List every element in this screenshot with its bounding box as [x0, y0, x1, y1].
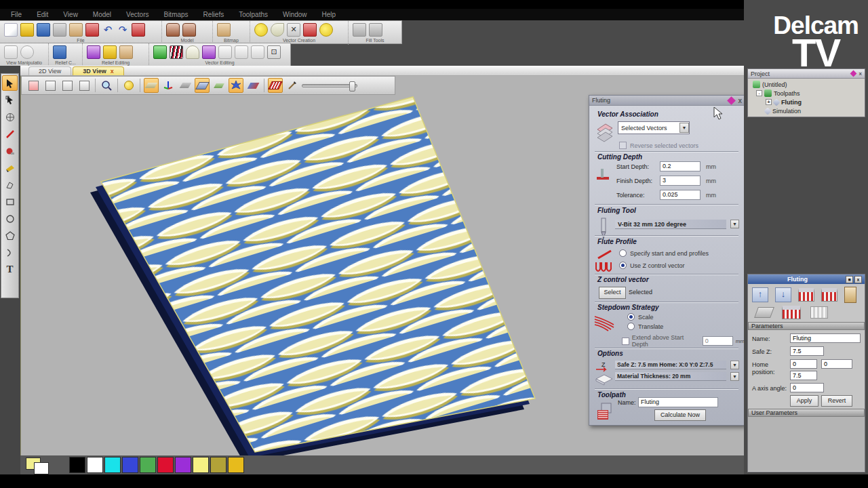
- sculpt-icon[interactable]: [87, 45, 100, 59]
- offset-vector-icon[interactable]: [319, 23, 333, 37]
- simulate-toolpath-icon[interactable]: [810, 306, 828, 319]
- light-icon[interactable]: [121, 78, 136, 93]
- toolpath-save-icon[interactable]: [821, 288, 837, 302]
- relief-ball-tool[interactable]: [2, 143, 18, 159]
- revert-button[interactable]: Revert: [821, 395, 852, 407]
- calculate-now-button[interactable]: Calculate Now: [654, 409, 706, 421]
- open-icon[interactable]: [20, 23, 34, 37]
- collapse-icon[interactable]: -: [756, 90, 762, 96]
- shading-slider[interactable]: [302, 84, 357, 87]
- palette-swatch[interactable]: [87, 457, 103, 473]
- toggle-shade-icon[interactable]: [245, 78, 260, 93]
- toggle-zero-plane-icon[interactable]: [195, 78, 210, 93]
- menu-edit[interactable]: Edit: [37, 11, 48, 18]
- close-icon[interactable]: x: [859, 70, 862, 77]
- panel-close-icon[interactable]: x: [854, 276, 862, 283]
- select-tool[interactable]: [2, 75, 18, 91]
- reverse-vectors-checkbox[interactable]: [619, 142, 627, 149]
- paste-along-icon[interactable]: [202, 45, 216, 59]
- toggle-star-icon[interactable]: [229, 78, 243, 93]
- zoom-icon[interactable]: [99, 78, 114, 93]
- menu-help[interactable]: Help: [322, 11, 336, 18]
- view-side-icon[interactable]: [60, 78, 75, 93]
- tab-close-icon[interactable]: x: [111, 68, 114, 75]
- zoom-screen-icon[interactable]: [4, 45, 18, 59]
- material-expand-button[interactable]: ▼: [730, 372, 739, 381]
- node-edit-tool[interactable]: [2, 92, 18, 108]
- brush-icon[interactable]: [285, 78, 300, 93]
- polyline-icon[interactable]: [303, 23, 317, 37]
- panel-minimize-icon[interactable]: ■: [846, 276, 853, 283]
- transform-tool[interactable]: [2, 109, 18, 125]
- export-icon[interactable]: [85, 23, 99, 37]
- view-top-icon[interactable]: [77, 78, 92, 93]
- palette-swatch[interactable]: [228, 457, 244, 473]
- palette-swatch[interactable]: [104, 457, 121, 473]
- translate-radio[interactable]: [627, 323, 635, 330]
- smooth-icon[interactable]: [103, 45, 117, 59]
- menu-reliefs[interactable]: Reliefs: [203, 11, 224, 18]
- copy-icon[interactable]: [69, 23, 83, 37]
- scale-radio[interactable]: [627, 313, 635, 321]
- menu-view[interactable]: View: [63, 11, 78, 18]
- toggle-relief-icon[interactable]: [178, 78, 193, 93]
- flood-fill-icon[interactable]: [353, 23, 366, 37]
- finish-depth-field[interactable]: 3: [660, 176, 701, 186]
- model-back-icon[interactable]: [182, 23, 196, 37]
- join-vectors-icon[interactable]: [218, 45, 232, 59]
- home-y-field[interactable]: 0: [821, 359, 852, 369]
- ellipse-tool[interactable]: [2, 211, 18, 226]
- new-model-icon[interactable]: [4, 23, 18, 37]
- expand-icon[interactable]: +: [766, 99, 772, 105]
- safe-z-bar[interactable]: Safe Z: 7.5 mm Home: X:0 Y:0 Z:7.5: [615, 361, 726, 369]
- rectangle-tool[interactable]: [2, 194, 18, 209]
- tool-name-bar[interactable]: V-Bit 32 mm 120 degree: [615, 220, 726, 229]
- erase-relief-icon[interactable]: [119, 45, 133, 59]
- safe-z-expand-button[interactable]: ▼: [730, 361, 739, 369]
- tree-item-untitled[interactable]: (Untitled): [751, 80, 865, 89]
- tab-3d-view[interactable]: 3D Viewx: [73, 66, 123, 75]
- text-tool[interactable]: T: [2, 262, 18, 277]
- project-panel-titlebar[interactable]: Project x: [748, 69, 865, 79]
- menu-window[interactable]: Window: [283, 11, 307, 18]
- polygon-tool[interactable]: [2, 228, 18, 243]
- arc-tool[interactable]: [2, 245, 18, 260]
- fluting-panel-titlebar[interactable]: Fluting ■ x: [748, 274, 865, 284]
- pin-icon[interactable]: [728, 96, 736, 105]
- bitmap-icon[interactable]: [217, 23, 231, 37]
- menu-model[interactable]: Model: [93, 11, 111, 18]
- palette-swatch[interactable]: [69, 457, 85, 473]
- snap-target-icon[interactable]: ⊡: [267, 45, 281, 59]
- menu-vectors[interactable]: Vectors: [126, 11, 149, 18]
- chevron-down-icon[interactable]: ▼: [679, 123, 689, 133]
- fill-settings-icon[interactable]: [369, 23, 382, 37]
- home-z-field[interactable]: 7.5: [790, 371, 817, 380]
- view-iso1-icon[interactable]: [26, 78, 41, 93]
- redo-icon[interactable]: ↷: [117, 24, 129, 36]
- measure-tool[interactable]: [2, 126, 18, 142]
- move-down-icon[interactable]: ↓: [775, 287, 791, 302]
- select-z-vector-button[interactable]: Select: [599, 287, 626, 299]
- menu-file[interactable]: File: [11, 11, 22, 18]
- tab-2d-view[interactable]: 2D View: [28, 66, 71, 75]
- polyline-tool[interactable]: [2, 177, 18, 192]
- tree-item-simulation[interactable]: Simulation: [751, 106, 865, 115]
- apply-button[interactable]: Apply: [790, 395, 818, 407]
- menu-toolpaths[interactable]: Toolpaths: [239, 11, 268, 18]
- toggle-toolpath-sim-icon[interactable]: [268, 78, 283, 93]
- toolpath-edit-icon[interactable]: [782, 306, 801, 319]
- secondary-color-swatch[interactable]: [34, 462, 49, 474]
- group-vectors-icon[interactable]: [153, 45, 167, 59]
- palette-swatch[interactable]: [140, 457, 156, 473]
- tolerance-field[interactable]: 0.025: [660, 190, 701, 200]
- toggle-axes-icon[interactable]: [161, 78, 176, 93]
- vector-texture-icon[interactable]: [170, 45, 183, 59]
- close-door-icon[interactable]: [844, 287, 856, 303]
- undo-icon[interactable]: ↶: [102, 24, 114, 36]
- transform-toolpath-icon[interactable]: [754, 307, 774, 318]
- model-front-icon[interactable]: [166, 23, 180, 37]
- close-icon[interactable]: x: [738, 97, 742, 104]
- toggle-rotate-icon[interactable]: [212, 78, 226, 93]
- palette-swatch[interactable]: [193, 457, 209, 473]
- smudge-tool[interactable]: [2, 160, 18, 176]
